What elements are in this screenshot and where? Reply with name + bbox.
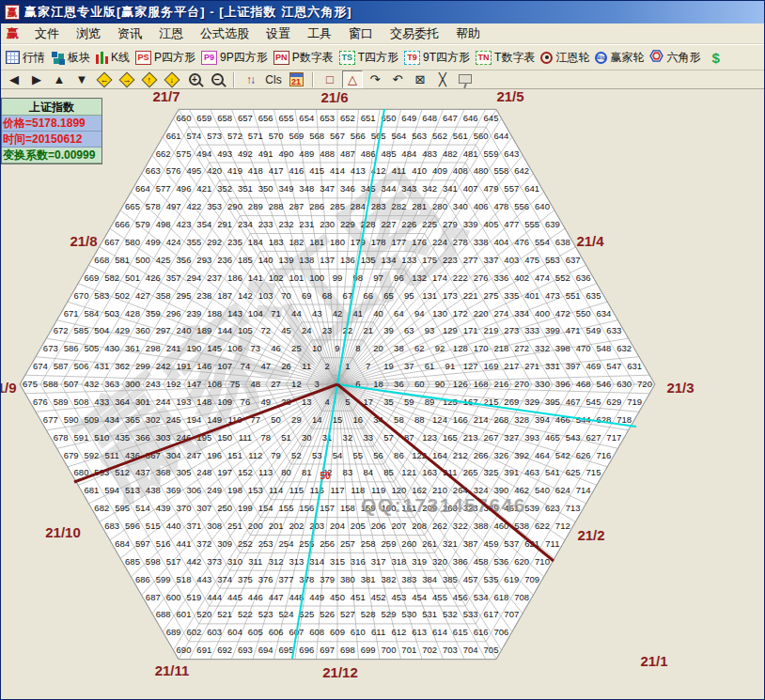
svg-text:434: 434	[104, 414, 119, 425]
svg-text:305: 305	[177, 467, 192, 477]
p-table-button[interactable]: PNP数字表	[271, 46, 336, 69]
winner-wheel-button[interactable]: Big赢家轮	[592, 46, 647, 69]
collapse-button[interactable]: ╳	[432, 70, 453, 88]
svg-text:463: 463	[524, 467, 539, 477]
svg-text:499: 499	[146, 237, 161, 247]
svg-text:117: 117	[330, 485, 344, 495]
svg-text:292: 292	[207, 237, 222, 247]
svg-text:395: 395	[545, 397, 560, 407]
svg-text:326: 326	[493, 450, 508, 460]
quotes-button[interactable]: 行情	[3, 46, 48, 69]
dollar-button[interactable]: $	[709, 46, 722, 69]
board-button[interactable]	[455, 70, 476, 88]
nav-up-button[interactable]: ▲	[49, 70, 70, 88]
svg-text:128: 128	[453, 343, 468, 353]
svg-text:547: 547	[606, 361, 621, 371]
candlestick-icon	[96, 51, 108, 64]
svg-text:234: 234	[238, 219, 253, 229]
pan-down-button[interactable]: ↓	[162, 70, 182, 88]
rotate-ccw-button[interactable]: ↶	[387, 70, 408, 88]
svg-text:551: 551	[566, 290, 581, 301]
svg-text:194: 194	[186, 414, 201, 425]
pan-up-button[interactable]: ↑	[139, 70, 160, 88]
svg-text:93: 93	[425, 325, 435, 335]
menu-item-5[interactable]: 设置	[258, 23, 299, 44]
menu-item-4[interactable]: 公式选股	[192, 23, 258, 44]
9t-square-button[interactable]: T99T四方形	[401, 46, 473, 69]
svg-text:38: 38	[394, 343, 404, 353]
svg-text:90: 90	[435, 379, 445, 389]
cls-button[interactable]: Cls	[263, 70, 284, 88]
svg-text:298: 298	[146, 343, 161, 353]
t-square-button[interactable]: TST四方形	[336, 46, 401, 69]
select-box-button[interactable]: ⊠	[410, 70, 430, 88]
svg-text:359: 359	[146, 308, 161, 319]
triangle-tool-button[interactable]: △	[342, 70, 363, 88]
svg-text:572: 572	[227, 131, 242, 141]
svg-text:370: 370	[177, 503, 192, 513]
svg-text:469: 469	[586, 361, 601, 371]
menu-item-6[interactable]: 工具	[299, 23, 340, 44]
svg-text:618: 618	[493, 592, 508, 602]
zoom-out-button[interactable]: −	[207, 70, 227, 88]
svg-text:108: 108	[207, 379, 222, 389]
svg-text:355: 355	[186, 237, 201, 247]
svg-text:80: 80	[281, 467, 291, 477]
svg-text:291: 291	[217, 219, 232, 229]
toolbar-label: T数字表	[494, 50, 535, 66]
svg-text:260: 260	[401, 538, 416, 549]
nav-left-button[interactable]: ◀	[4, 70, 24, 88]
svg-text:619: 619	[504, 574, 519, 584]
svg-text:320: 320	[432, 556, 447, 567]
square-tool-button[interactable]: □	[320, 70, 340, 88]
t-table-button[interactable]: TNT数字表	[473, 46, 538, 69]
pan-right-button[interactable]: →	[117, 70, 137, 88]
menu-item-3[interactable]: 江恩	[150, 23, 192, 44]
svg-text:714: 714	[576, 485, 591, 495]
app-logo-icon: 赢	[1, 25, 26, 42]
svg-text:27: 27	[271, 379, 281, 389]
gann-wheel-button[interactable]: 江恩轮	[538, 46, 592, 69]
titlebar[interactable]: 赢 赢家江恩专业版[赢家服务平台] - [上证指数 江恩六角形]	[1, 1, 765, 23]
kline-button[interactable]: K线	[93, 46, 133, 69]
svg-text:347: 347	[320, 183, 335, 194]
svg-text:410: 410	[412, 165, 427, 176]
svg-text:251: 251	[227, 521, 242, 531]
p-square-button[interactable]: PSP四方形	[133, 46, 198, 69]
calendar-button[interactable]: 21	[286, 70, 306, 88]
svg-text:144: 144	[217, 325, 232, 335]
svg-text:232: 232	[279, 219, 294, 229]
nav-down-button[interactable]: ▼	[71, 70, 92, 88]
svg-text:432: 432	[84, 379, 99, 389]
svg-text:480: 480	[474, 165, 489, 176]
svg-text:9: 9	[335, 343, 339, 353]
svg-text:601: 601	[177, 609, 192, 619]
svg-text:158: 158	[340, 503, 355, 513]
svg-text:43: 43	[312, 308, 322, 319]
9p-square-button[interactable]: P99P四方形	[198, 46, 271, 69]
svg-text:148: 148	[196, 397, 211, 407]
svg-text:476: 476	[514, 237, 529, 247]
hexagon-button[interactable]: 六角形	[647, 46, 703, 69]
svg-text:597: 597	[135, 538, 150, 549]
svg-text:319: 319	[412, 556, 427, 567]
svg-text:470: 470	[576, 343, 591, 353]
svg-text:57: 57	[383, 432, 394, 443]
menu-item-9[interactable]: 帮助	[447, 23, 489, 44]
nav-right-button[interactable]: ▶	[26, 70, 47, 88]
sectors-button[interactable]: 板块	[48, 46, 93, 69]
zoom-in-button[interactable]: +	[184, 70, 205, 88]
menu-item-7[interactable]: 窗口	[340, 23, 382, 44]
menu-item-1[interactable]: 浏览	[68, 23, 109, 44]
svg-text:136: 136	[340, 255, 355, 265]
menu-item-0[interactable]: 文件	[26, 23, 68, 44]
svg-text:73: 73	[251, 343, 261, 353]
price-position-annotation: 50	[320, 471, 331, 481]
svg-text:83: 83	[343, 467, 353, 477]
pan-left-button[interactable]: ←	[94, 70, 115, 88]
updown-button[interactable]: ↑↓	[241, 70, 261, 88]
rotate-cw-button[interactable]: ↷	[365, 70, 385, 88]
menu-item-2[interactable]: 资讯	[109, 23, 150, 44]
svg-text:252: 252	[238, 538, 253, 549]
menu-item-8[interactable]: 交易委托	[382, 23, 447, 44]
